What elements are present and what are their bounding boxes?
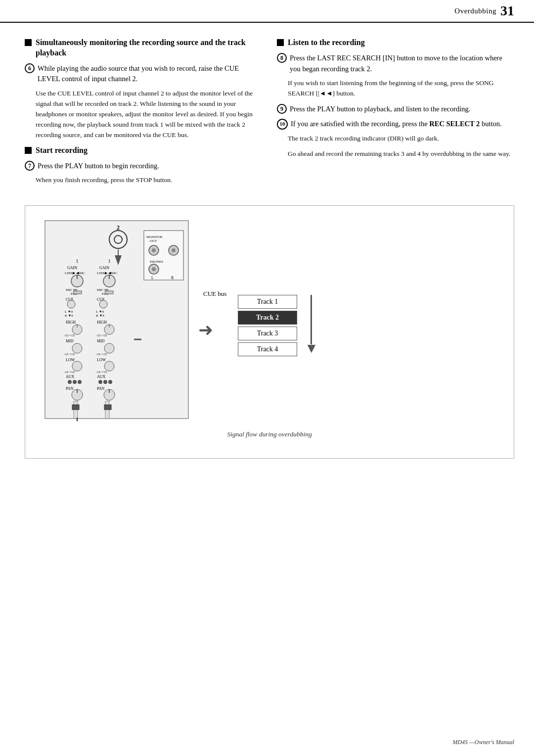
svg-text:R  ▼8: R ▼8 <box>65 314 73 318</box>
diagram-area: 2 <box>25 205 514 459</box>
step-6-subpara: Use the CUE LEVEL control of input chann… <box>36 89 262 141</box>
section-square-icon-3 <box>277 39 284 46</box>
step-num-6: 6 <box>25 63 35 73</box>
svg-rect-23 <box>105 291 113 294</box>
step-9-text: Press the PLAY button to playback, and l… <box>290 104 470 115</box>
svg-point-27 <box>99 300 107 308</box>
svg-point-57 <box>98 380 102 384</box>
svg-text:PHONES: PHONES <box>150 260 163 264</box>
svg-text:-15  +15: -15 +15 <box>64 352 75 356</box>
left-column: Simultaneously monitoring the recording … <box>25 38 262 190</box>
step-10-subpara2: Go ahead and record the remaining tracks… <box>288 149 514 159</box>
main-content: Simultaneously monitoring the recording … <box>0 23 534 190</box>
section-square-icon-2 <box>25 147 32 154</box>
step-7: 7 Press the PLAY button to begin recordi… <box>25 161 262 172</box>
svg-text:GAIN: GAIN <box>99 266 109 270</box>
svg-rect-67 <box>72 405 79 410</box>
svg-text:PAN: PAN <box>97 386 104 391</box>
section-heading-recording: Start recording <box>25 145 262 156</box>
track-3-box: Track 3 <box>238 327 297 340</box>
arrow-right-icon: ➜ <box>198 320 213 340</box>
svg-text:AUX: AUX <box>97 375 106 379</box>
step-6: 6 While playing the audio source that yo… <box>25 63 262 85</box>
step-num-9: 9 <box>277 104 287 114</box>
track-1-box: Track 1 <box>238 295 297 309</box>
tracks-container: Track 1 Track 2 Track 3 Track 4 <box>238 295 297 358</box>
svg-point-55 <box>73 380 77 384</box>
svg-text:LINE▶ ◀MIC: LINE▶ ◀MIC <box>97 271 117 275</box>
mixer-diagram: 2 <box>40 216 198 425</box>
svg-text:-15  +15: -15 +15 <box>96 352 107 356</box>
page-number: 31 <box>500 3 514 19</box>
step-8-text: Press the LAST REC SEARCH [IN] button to… <box>290 53 514 75</box>
svg-text:L  ▼8: L ▼8 <box>65 310 73 314</box>
cue-bus-label: CUE bus <box>203 290 226 298</box>
svg-text:AUX: AUX <box>66 375 75 379</box>
svg-text:-15  +15: -15 +15 <box>64 333 75 337</box>
svg-point-43 <box>104 343 114 353</box>
svg-text:1: 1 <box>108 258 111 264</box>
svg-text:2: 2 <box>117 224 120 231</box>
arrow-down-area: ▼ <box>305 295 318 356</box>
svg-point-75 <box>152 248 156 252</box>
svg-text:LINE▶ ◀MIC: LINE▶ ◀MIC <box>65 271 85 275</box>
svg-text:OUT: OUT <box>150 239 157 243</box>
diagram-right-area: CUE bus ➜ Track 1 Track 2 Track 3 Track … <box>208 216 499 221</box>
step-6-text: While playing the audio source that you … <box>38 63 262 85</box>
right-column: Listen to the recording 8 Press the LAST… <box>277 38 514 190</box>
step-7-subpara: When you finish recording, press the STO… <box>36 175 262 186</box>
step-7-text: Press the PLAY button to begin recording… <box>38 161 159 172</box>
diagram-inner: 2 <box>40 216 499 425</box>
track-2-box: Track 2 <box>238 311 297 325</box>
svg-rect-22 <box>74 291 82 294</box>
svg-text:1: 1 <box>76 416 79 422</box>
svg-point-80 <box>152 267 156 271</box>
svg-point-48 <box>72 361 82 371</box>
svg-point-54 <box>68 380 72 384</box>
svg-text:MID: MID <box>97 339 105 343</box>
svg-text:-15  +15: -15 +15 <box>64 370 75 374</box>
section-square-icon <box>25 39 32 46</box>
step-num-10: 10 <box>277 119 288 130</box>
footer-text: MD4S —Owner's Manual <box>452 739 514 746</box>
svg-rect-69 <box>104 405 111 410</box>
page-footer: MD4S —Owner's Manual <box>452 739 514 746</box>
svg-text:L  ▼8: L ▼8 <box>96 310 104 314</box>
svg-text:1: 1 <box>76 258 79 264</box>
svg-text:GAIN: GAIN <box>67 266 77 270</box>
svg-point-26 <box>67 300 75 308</box>
section-heading-monitoring: Simultaneously monitoring the recording … <box>25 38 262 58</box>
track-4-box: Track 4 <box>238 342 297 356</box>
section-title-monitoring: Simultaneously monitoring the recording … <box>36 38 262 58</box>
svg-text:MID: MID <box>66 339 74 343</box>
step-8-subpara: If you wish to start listening from the … <box>288 78 514 99</box>
svg-text:PAN: PAN <box>66 386 73 391</box>
step-10: 10 If you are satisfied with the recordi… <box>277 119 514 130</box>
step-10-text: If you are satisfied with the recording,… <box>291 119 502 130</box>
svg-text:R  ▼8: R ▼8 <box>96 314 104 318</box>
step-num-7: 7 <box>25 161 35 171</box>
section-title-recording: Start recording <box>36 145 88 156</box>
step-8: 8 Press the LAST REC SEARCH [IN] button … <box>277 53 514 75</box>
svg-point-77 <box>172 248 176 252</box>
svg-point-49 <box>104 361 114 371</box>
section-heading-listen: Listen to the recording <box>277 38 514 48</box>
svg-point-56 <box>78 380 82 384</box>
svg-text:MONITOR: MONITOR <box>146 235 163 239</box>
section-title-listen: Listen to the recording <box>288 38 365 48</box>
section-title-header: Overdubbing <box>454 7 496 15</box>
svg-point-59 <box>108 380 112 384</box>
diagram-caption: Signal flow during overdubbing <box>40 430 499 438</box>
svg-point-58 <box>103 380 107 384</box>
step-num-8: 8 <box>277 53 287 63</box>
svg-text:-15  +15: -15 +15 <box>96 370 107 374</box>
step-9: 9 Press the PLAY button to playback, and… <box>277 104 514 115</box>
svg-text:HIGH: HIGH <box>66 320 76 325</box>
svg-point-42 <box>72 343 82 353</box>
page-header: Overdubbing 31 <box>0 0 534 23</box>
svg-text:LOW: LOW <box>97 358 106 362</box>
svg-text:L: L <box>151 276 154 280</box>
svg-text:-15  +15: -15 +15 <box>96 333 107 337</box>
svg-text:R: R <box>171 276 174 280</box>
svg-text:HIGH: HIGH <box>97 320 107 325</box>
